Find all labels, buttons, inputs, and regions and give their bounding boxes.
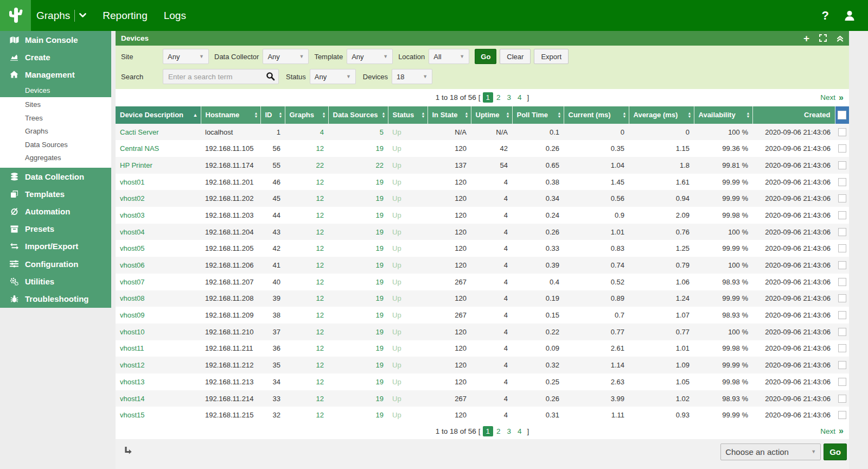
site-select[interactable]: Any▼: [163, 49, 209, 64]
tab-graphs[interactable]: Graphs: [36, 10, 86, 22]
device-description-link[interactable]: vhost08: [116, 290, 201, 307]
device-description-link[interactable]: vhost01: [116, 174, 201, 191]
device-description-link[interactable]: vhost06: [116, 257, 201, 274]
data-sources-count-link[interactable]: 19: [328, 307, 388, 324]
data-sources-count-link[interactable]: 19: [328, 390, 388, 407]
help-icon[interactable]: ?: [822, 9, 829, 23]
row-checkbox[interactable]: [835, 307, 849, 324]
sidebar-item-import-export[interactable]: Import/Export: [0, 238, 111, 255]
sidebar-item-data-sources[interactable]: Data Sources: [0, 138, 111, 151]
graphs-count-link[interactable]: 12: [285, 207, 328, 224]
device-description-link[interactable]: HP Printer: [116, 157, 201, 174]
data-sources-count-link[interactable]: 19: [328, 324, 388, 340]
page-link-2[interactable]: 2: [493, 92, 504, 103]
data-sources-count-link[interactable]: 19: [328, 190, 388, 207]
col-header-status[interactable]: Status▲▼: [388, 106, 427, 124]
col-header-hostname[interactable]: Hostname▲▼: [201, 106, 260, 124]
graphs-count-link[interactable]: 12: [285, 373, 328, 390]
device-description-link[interactable]: vhost13: [116, 373, 201, 390]
row-checkbox[interactable]: [835, 324, 849, 340]
clear-button[interactable]: Clear: [500, 49, 531, 64]
device-description-link[interactable]: vhost05: [116, 240, 201, 257]
data-sources-count-link[interactable]: 19: [328, 224, 388, 240]
template-select[interactable]: Any▼: [347, 49, 393, 64]
data-sources-count-link[interactable]: 19: [328, 174, 388, 191]
col-header-id[interactable]: ID▲▼: [260, 106, 285, 124]
page-link-3[interactable]: 3: [504, 92, 515, 103]
tab-reporting[interactable]: Reporting: [103, 10, 147, 22]
col-header-data-sources[interactable]: Data Sources▲▼: [328, 106, 388, 124]
graphs-count-link[interactable]: 12: [285, 307, 328, 324]
sidebar-item-configuration[interactable]: Configuration: [0, 255, 111, 272]
collapse-panel-icon[interactable]: [837, 35, 844, 42]
device-description-link[interactable]: vhost14: [116, 390, 201, 407]
sidebar-item-trees[interactable]: Trees: [0, 111, 111, 125]
row-checkbox[interactable]: [835, 357, 849, 373]
sidebar-item-sites[interactable]: Sites: [0, 98, 111, 112]
search-icon[interactable]: [266, 72, 275, 81]
col-header-current-ms[interactable]: Current (ms)▲▼: [564, 106, 629, 124]
sidebar-item-graphs[interactable]: Graphs: [0, 125, 111, 138]
sidebar-item-management[interactable]: Management: [0, 66, 111, 83]
cacti-logo[interactable]: [0, 0, 31, 31]
next-page-link[interactable]: Next »: [820, 423, 843, 439]
data-sources-count-link[interactable]: 19: [328, 207, 388, 224]
data-sources-count-link[interactable]: 19: [328, 257, 388, 274]
data-collector-select[interactable]: Any▼: [263, 49, 309, 64]
device-description-link[interactable]: vhost04: [116, 224, 201, 240]
location-select[interactable]: All▼: [429, 49, 469, 64]
graphs-count-link[interactable]: 12: [285, 140, 328, 157]
data-sources-count-link[interactable]: 19: [328, 357, 388, 373]
row-checkbox[interactable]: [835, 407, 849, 423]
action-select[interactable]: Choose an action▼: [720, 443, 821, 460]
col-header-created[interactable]: Created: [752, 106, 835, 124]
data-sources-count-link[interactable]: 19: [328, 340, 388, 357]
row-checkbox[interactable]: [835, 190, 849, 207]
graphs-count-link[interactable]: 22: [285, 157, 328, 174]
device-description-link[interactable]: vhost09: [116, 307, 201, 324]
devices-count-select[interactable]: 18▼: [392, 69, 432, 84]
status-select[interactable]: Any▼: [310, 69, 356, 84]
device-description-link[interactable]: vhost03: [116, 207, 201, 224]
device-description-link[interactable]: vhost12: [116, 357, 201, 373]
row-checkbox[interactable]: [835, 207, 849, 224]
row-checkbox[interactable]: [835, 257, 849, 274]
row-checkbox[interactable]: [835, 240, 849, 257]
graphs-count-link[interactable]: 12: [285, 174, 328, 191]
data-sources-count-link[interactable]: 19: [328, 373, 388, 390]
device-description-link[interactable]: Central NAS: [116, 140, 201, 157]
col-header-average-ms[interactable]: Average (ms)▲▼: [629, 106, 694, 124]
sidebar-item-automation[interactable]: Automation: [0, 202, 111, 220]
row-checkbox[interactable]: [835, 290, 849, 307]
row-checkbox[interactable]: [835, 340, 849, 357]
graphs-count-link[interactable]: 12: [285, 224, 328, 240]
row-checkbox[interactable]: [835, 157, 849, 174]
graphs-count-link[interactable]: 12: [285, 407, 328, 423]
page-link-2[interactable]: 2: [493, 426, 504, 436]
add-device-icon[interactable]: +: [803, 33, 809, 43]
data-sources-count-link[interactable]: 22: [328, 157, 388, 174]
graphs-count-link[interactable]: 12: [285, 340, 328, 357]
graphs-count-link[interactable]: 12: [285, 240, 328, 257]
device-description-link[interactable]: vhost07: [116, 274, 201, 290]
graphs-count-link[interactable]: 12: [285, 274, 328, 290]
col-header-graphs[interactable]: Graphs▲▼: [285, 106, 328, 124]
device-description-link[interactable]: vhost02: [116, 190, 201, 207]
device-description-link[interactable]: Cacti Server: [116, 124, 201, 141]
graphs-count-link[interactable]: 12: [285, 290, 328, 307]
tab-logs[interactable]: Logs: [164, 10, 186, 22]
col-header-poll-time[interactable]: Poll Time▲▼: [512, 106, 564, 124]
sidebar-item-aggregates[interactable]: Aggregates: [0, 151, 111, 165]
sidebar-item-main-console[interactable]: Main Console: [0, 31, 111, 48]
sidebar-item-create[interactable]: Create: [0, 48, 111, 66]
sidebar-item-utilities[interactable]: Utilities: [0, 272, 111, 290]
search-input[interactable]: [163, 69, 279, 84]
user-icon[interactable]: [843, 9, 856, 22]
graphs-count-link[interactable]: 12: [285, 390, 328, 407]
graphs-count-link[interactable]: 12: [285, 357, 328, 373]
col-header-in-state[interactable]: In State▲▼: [427, 106, 471, 124]
row-checkbox[interactable]: [835, 224, 849, 240]
select-all-checkbox[interactable]: [835, 106, 849, 124]
sidebar-item-presets[interactable]: Presets: [0, 220, 111, 238]
row-checkbox[interactable]: [835, 390, 849, 407]
